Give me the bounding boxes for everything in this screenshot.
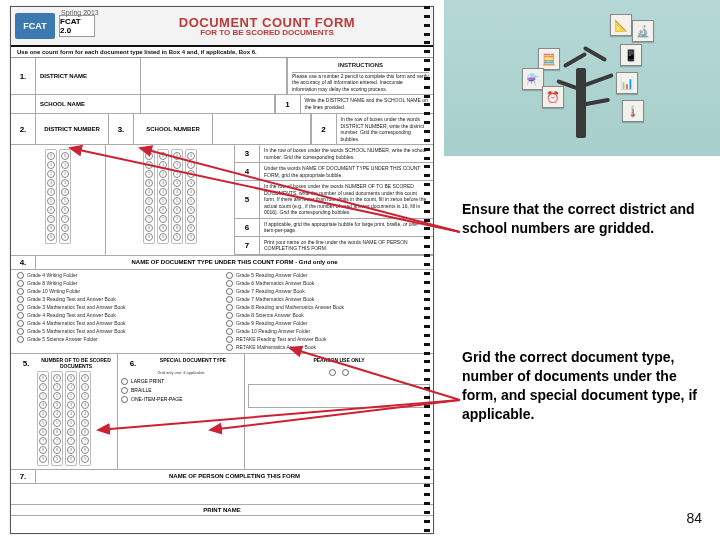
pearson-box-label: PEARSON USE ONLY <box>248 357 430 363</box>
box-number: 1. <box>11 58 36 94</box>
doc-type-option[interactable]: Grade 4 Mathematics Test and Answer Book <box>17 320 218 327</box>
instruction-4: Under the words NAME OF DOCUMENT TYPE UN… <box>260 163 433 180</box>
leaf-icon: 🧮 <box>538 48 560 70</box>
doc-type-option[interactable]: Grade 3 Reading Test and Answer Book <box>17 296 218 303</box>
doc-type-option[interactable]: Grade 4 Reading Test and Answer Book <box>17 312 218 319</box>
instructions-intro: Please use a number 2 pencil to complete… <box>292 73 429 93</box>
document-count-form: Spring 2013 FCAT FCAT 2.0 DOCUMENT COUNT… <box>10 6 434 534</box>
special-doc-option[interactable]: ONE-ITEM-PER-PAGE <box>121 396 241 403</box>
instruction-2: In the row of boxes under the words DIST… <box>337 114 434 144</box>
special-doc-option[interactable]: BRAILLE <box>121 387 241 394</box>
form-subhead: Use one count form for each document typ… <box>11 47 433 58</box>
doc-type-option[interactable]: Grade 8 Writing Folder <box>17 280 218 287</box>
doc-count-grid[interactable]: 0123456789012345678901234567890123456789 <box>14 371 114 466</box>
hero-banner: 📐 🔬 📱 🧮 ⚗️ ⏰ 📊 🌡️ <box>444 0 720 156</box>
instruction-3: In the row of boxes under the words SCHO… <box>260 145 433 162</box>
fcat-logo: FCAT <box>15 13 55 39</box>
instruction-1: Write the DISTRICT NAME and the SCHOOL N… <box>301 95 434 113</box>
district-name-field[interactable] <box>141 58 287 94</box>
knowledge-tree: 📐 🔬 📱 🧮 ⚗️ ⏰ 📊 🌡️ <box>512 8 652 148</box>
pearson-box <box>248 384 430 408</box>
term-label: Spring 2013 <box>61 9 99 16</box>
school-name-field[interactable] <box>141 95 275 113</box>
form-subtitle: FOR TO BE SCORED DOCUMENTS <box>101 28 433 37</box>
leaf-icon: ⏰ <box>542 86 564 108</box>
instruction-7: Print your name on the line under the wo… <box>260 237 433 254</box>
callout-doc-type: Grid the correct document type, number o… <box>462 348 710 424</box>
doc-type-option[interactable]: Grade 8 Reading and Mathematics Answer B… <box>226 304 427 311</box>
doc-type-option[interactable]: Grade 6 Mathematics Answer Book <box>226 280 427 287</box>
school-number-grid[interactable]: 0123456789012345678901234567890123456789 <box>110 149 230 244</box>
page-number: 84 <box>686 510 702 526</box>
box-number: 5. <box>14 357 38 371</box>
doc-type-option[interactable]: RETAKE Mathematics Answer Book <box>226 344 427 351</box>
school-number-label: SCHOOL NUMBER <box>134 114 213 144</box>
special-doc-option[interactable]: LARGE PRINT <box>121 378 241 385</box>
print-name-label: PRINT NAME <box>11 505 433 516</box>
name-field[interactable] <box>11 484 433 504</box>
section7-label: NAME OF PERSON COMPLETING THIS FORM <box>36 470 433 483</box>
timing-marks <box>424 6 430 532</box>
box-number: 6. <box>121 357 145 370</box>
doc-type-option[interactable]: Grade 10 Reading Answer Folder <box>226 328 427 335</box>
box6-sub: Grid only one, if applicable <box>121 370 241 375</box>
box5-head: NUMBER OF TO BE SCORED DOCUMENTS <box>38 357 114 369</box>
doc-type-option[interactable]: Grade 7 Reading Answer Book <box>226 288 427 295</box>
callout-district-school: Ensure that the correct district and sch… <box>462 200 710 238</box>
doc-type-option[interactable]: Grade 10 Writing Folder <box>17 288 218 295</box>
section4-label: NAME OF DOCUMENT TYPE UNDER THIS COUNT F… <box>36 256 433 269</box>
doc-type-option[interactable]: Grade 9 Reading Answer Folder <box>226 320 427 327</box>
fcat2-logo: FCAT 2.0 <box>59 15 95 37</box>
leaf-icon: 📐 <box>610 14 632 36</box>
box-number: 3. <box>109 114 134 144</box>
doc-type-option[interactable]: Grade 3 Mathematics Test and Answer Book <box>17 304 218 311</box>
district-name-label: DISTRICT NAME <box>36 58 141 94</box>
school-name-label: SCHOOL NAME <box>36 95 141 113</box>
doc-type-option[interactable]: RETAKE Reading Test and Answer Book <box>226 336 427 343</box>
instruction-6: If applicable, grid the appropriate bubb… <box>260 219 433 236</box>
doc-type-option[interactable]: Grade 7 Mathematics Answer Book <box>226 296 427 303</box>
doc-type-option[interactable]: Grade 5 Reading Answer Folder <box>226 272 427 279</box>
doc-type-option[interactable]: Grade 4 Writing Folder <box>17 272 218 279</box>
box-number: 4. <box>11 256 36 269</box>
doc-type-option[interactable]: Grade 8 Science Answer Book <box>226 312 427 319</box>
leaf-icon: ⚗️ <box>522 68 544 90</box>
leaf-icon: 🌡️ <box>622 100 644 122</box>
leaf-icon: 📱 <box>620 44 642 66</box>
instruction-5: In the row of boxes under the words NUMB… <box>260 181 433 218</box>
box6-head: SPECIAL DOCUMENT TYPE <box>145 357 241 368</box>
leaf-icon: 📊 <box>616 72 638 94</box>
document-type-list[interactable]: Grade 4 Writing FolderGrade 8 Writing Fo… <box>11 270 433 354</box>
district-number-grid[interactable]: 01234567890123456789 <box>15 149 101 244</box>
box-number: 7. <box>11 470 36 483</box>
pearson-bubble <box>342 369 349 376</box>
leaf-icon: 🔬 <box>632 20 654 42</box>
box-number: 2. <box>11 114 36 144</box>
doc-type-option[interactable]: Grade 5 Mathematics Test and Answer Book <box>17 328 218 335</box>
district-number-label: DISTRICT NUMBER <box>36 114 109 144</box>
pearson-bubble <box>329 369 336 376</box>
doc-type-option[interactable]: Grade 5 Science Answer Folder <box>17 336 218 343</box>
instructions-head: INSTRUCTIONS <box>292 60 429 73</box>
